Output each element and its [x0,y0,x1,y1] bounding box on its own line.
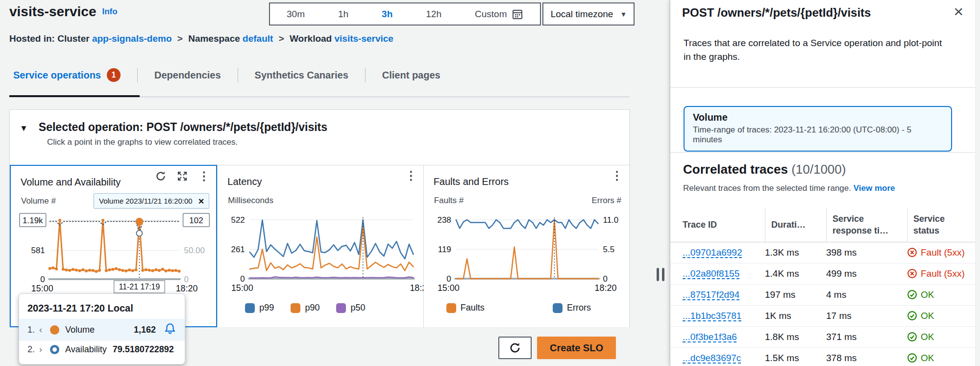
view-more-link[interactable]: View more [854,183,895,193]
selected-plot-point-chip: Volume 2023/11/21 16:20:00 × [94,193,209,209]
response-time-cell: 499 ms [826,268,907,279]
svg-text:18:20: 18:20 [410,283,423,293]
svg-text:11-21 17:19: 11-21 17:19 [119,283,160,291]
trace-id-link[interactable]: ...02a80f8155 [683,268,765,279]
alert-count-badge: 1 [107,68,121,82]
legend-label: p90 [305,303,319,313]
time-range-30m-button[interactable]: 30m [270,3,321,25]
info-link[interactable]: Info [102,7,117,16]
svg-text:5.5: 5.5 [603,245,614,254]
trace-id-link[interactable]: ...1b1bc35781 [683,311,765,321]
svg-text:18:20: 18:20 [594,283,616,293]
table-row: ...02a80f8155 1.4K ms 499 ms Fault (5xx) [670,263,975,285]
selected-metric-box[interactable]: Volume Time-range of traces: 2023-11-21 … [684,106,952,152]
kebab-menu-icon[interactable]: ⋮ [405,169,417,182]
alarm-bell-icon[interactable] [164,322,176,338]
svg-text:0: 0 [446,274,451,284]
divider [670,87,975,88]
tooltip-timestamp: 2023-11-21 17:20 Local [19,299,185,319]
trace-id-link[interactable]: ...87517f2d94 [683,289,765,300]
faults-errors-chart[interactable]: 238119011.05.5015:0018:20 [424,212,629,299]
duration-cell: 1.8K ms [765,332,826,342]
svg-text:15:00: 15:00 [438,283,460,293]
volume-series-dot [50,325,59,335]
chip-label: Volume 2023/11/21 16:20:00 [99,197,193,205]
status-label: Fault (5xx) [921,268,965,279]
chevron-left-icon[interactable]: ‹ [39,325,50,335]
expand-icon[interactable] [176,170,189,183]
tooltip-row-volume: 1. ‹ Volume 1,162 [19,319,185,341]
traces-table: Trace ID Durati… Service response ti… Se… [670,208,975,366]
left-axis-label: Faults # [434,196,464,206]
refresh-icon[interactable] [154,170,167,183]
column-header-service-status[interactable]: Service status [907,208,975,242]
breadcrumb-namespace-link[interactable]: default [243,33,273,44]
time-range-12h-button[interactable]: 12h [409,3,458,25]
trace-id-link[interactable]: ...0f3be1f3a6 [683,332,765,342]
time-range-custom-button[interactable]: Custom [458,3,540,25]
tab-synthetics-canaries[interactable]: Synthetics Canaries [238,70,365,81]
kebab-menu-icon[interactable]: ⋮ [197,170,210,183]
column-header-service-response-time[interactable]: Service response ti… [826,208,907,242]
legend-label: p50 [350,303,365,313]
correlated-traces-title: Correlated traces (10/1000) [683,162,846,177]
tab-client-pages[interactable]: Client pages [366,70,457,81]
status-label: Fault (5xx) [921,247,965,258]
duration-cell: 1.5K ms [765,353,826,364]
tooltip-index: 2. [27,344,39,355]
calendar-icon [512,8,523,20]
ok-icon [907,353,917,363]
traces-side-panel: POST /owners/*/pets/{petId}/visits × Tra… [670,0,975,366]
status-label: OK [921,353,934,364]
breadcrumb-workload-link[interactable]: visits-service [335,33,393,44]
correlated-traces-label: Correlated traces [683,162,788,177]
chevron-right-icon[interactable]: › [39,344,50,355]
time-range-3h-button[interactable]: 3h [365,3,409,25]
duration-cell: 1.3K ms [765,247,826,258]
collapse-triangle-icon[interactable]: ▼ [20,124,28,133]
legend-label: Faults [461,303,485,313]
status-label: OK [921,311,934,321]
correlated-traces-subtitle: Relevant traces from the selected time r… [683,183,895,193]
tab-label: Service operations [13,70,101,81]
table-row: ...09701a6992 1.3K ms 398 ms Fault (5xx) [670,242,975,263]
tab-service-operations[interactable]: Service operations 1 [9,68,137,82]
timezone-value: Local timezone [551,9,613,20]
legend-item-p50[interactable]: p50 [336,303,365,313]
selected-operation-header: ▼Selected operation: POST /owners/*/pets… [10,110,629,147]
ok-icon [907,289,917,300]
column-header-trace-id[interactable]: Trace ID [683,208,765,242]
trace-id-link[interactable]: ...dc9e83697c [683,353,765,364]
breadcrumb-separator: > [174,33,186,44]
status-label: OK [921,332,934,342]
panel-resize-handle[interactable] [657,268,664,281]
refresh-button[interactable] [498,337,532,359]
legend-item-p99[interactable]: p99 [245,303,274,313]
svg-text:0: 0 [184,275,189,284]
tab-dependencies[interactable]: Dependencies [138,70,238,81]
faults-errors-legend: Faults Errors [446,303,591,313]
legend-item-errors[interactable]: Errors [553,303,591,313]
trace-id-link[interactable]: ...09701a6992 [683,247,765,258]
tooltip-row-availability: 2. › Availability 79.5180722892 [19,341,185,358]
legend-item-faults[interactable]: Faults [446,303,485,313]
status-badge: OK [907,311,975,321]
column-header-duration[interactable]: Durati… [765,208,826,242]
table-row: ...87517f2d94 197 ms 4 ms OK [670,285,975,306]
latency-chart[interactable]: 522261015:0018:20 [218,212,423,299]
tooltip-series-value: 1,162 [134,325,156,335]
svg-text:18:20: 18:20 [176,284,198,293]
time-range-1h-button[interactable]: 1h [321,3,365,25]
latency-chart-panel: Latency ⋮ Milliseconds 522261015:0018:20… [217,165,423,327]
legend-item-p90[interactable]: p90 [291,303,319,313]
svg-text:0: 0 [241,274,245,284]
ok-icon [907,311,917,321]
create-slo-button[interactable]: Create SLO [537,337,616,359]
close-icon[interactable]: × [954,2,963,21]
chip-close-icon[interactable]: × [198,198,204,205]
svg-text:581: 581 [31,246,45,255]
volume-availability-chart[interactable]: 11-21 17:191.19k581010250.00015:0018:20 [11,212,216,300]
timezone-select[interactable]: Local timezone ▼ [542,2,635,26]
breadcrumb-cluster-link[interactable]: app-signals-demo [92,33,172,44]
kebab-menu-icon[interactable]: ⋮ [611,169,623,182]
